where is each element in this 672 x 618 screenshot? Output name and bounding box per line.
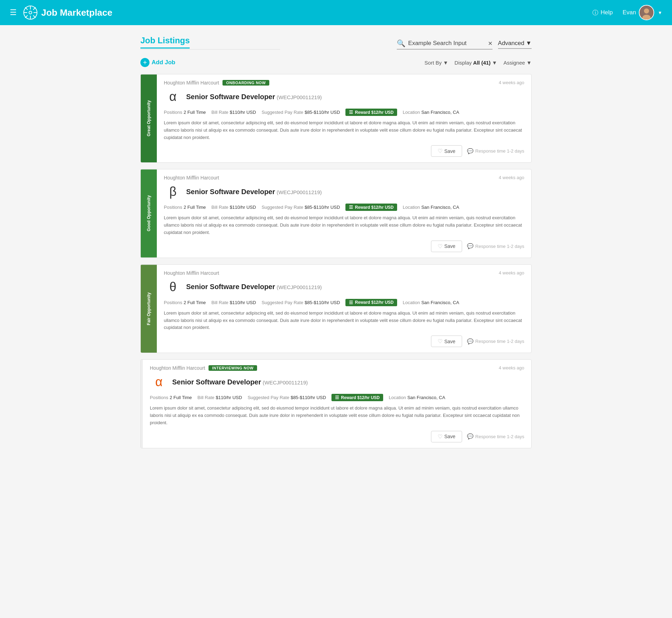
display-label: Display (454, 60, 472, 66)
suggested-pay-label: Suggested Pay Rate (262, 110, 303, 115)
positions-value: 2 Full Time (184, 300, 206, 305)
add-job-button[interactable]: + Add Job (140, 58, 175, 67)
job-card: Good Opportunity Houghton Mifflin Harcou… (140, 169, 532, 258)
save-button[interactable]: ♡ Save (431, 241, 462, 252)
location-meta: Location San Francisco, CA (403, 300, 459, 305)
response-icon: 💬 (467, 148, 474, 154)
save-label: Save (444, 434, 455, 439)
card-title-row: θ Senior Software Developer (WECJP000112… (164, 278, 524, 296)
search-box: 🔍 ✕ (397, 39, 492, 50)
heart-icon: ♡ (438, 338, 443, 345)
card-header: Houghton Mifflin Harcourt ONBOARDING NOW… (164, 80, 524, 86)
bill-rate-meta: Bill Rate $110/hr USD (211, 205, 256, 210)
bill-rate-value: $110/hr USD (230, 300, 256, 305)
location-value: San Francisco, CA (407, 395, 445, 400)
suggested-pay-value: $85-$110/hr USD (305, 300, 340, 305)
company-name: Houghton Mifflin Harcourt (164, 175, 219, 181)
advanced-label: Advanced (498, 40, 525, 47)
location-meta: Location San Francisco, CA (389, 395, 445, 400)
nav-logo: Job Marketplace (23, 5, 592, 20)
positions-meta: Positions 2 Full Time (164, 300, 206, 305)
add-job-icon: + (140, 58, 149, 67)
card-body: Houghton Mifflin Harcourt 4 weeks ago θ … (157, 265, 531, 353)
company-row: Houghton Mifflin Harcourt (164, 270, 219, 276)
job-id: (WECJP00011219) (277, 284, 322, 290)
save-button[interactable]: ♡ Save (431, 145, 462, 157)
reward-badge: ☰ Reward $12/hr USD (345, 299, 397, 306)
job-title-group: Senior Software Developer (WECJP00011219… (186, 188, 322, 196)
location-label: Location (403, 205, 420, 210)
app-title: Job Marketplace (41, 7, 112, 18)
job-description: Lorem ipsum dolor sit amet, consectetur … (164, 310, 524, 331)
page-title-wrap: Job Listings (140, 36, 280, 50)
job-title-group: Senior Software Developer (WECJP00011219… (186, 93, 322, 101)
display-filter[interactable]: Display All (41) ▼ (454, 60, 497, 66)
reward-icon: ☰ (349, 110, 353, 115)
page-title: Job Listings (140, 36, 190, 49)
help-label: Help (600, 9, 613, 16)
help-button[interactable]: ⓘ Help (592, 9, 613, 17)
reward-badge: ☰ Reward $12/hr USD (331, 394, 383, 401)
reward-icon: ☰ (349, 205, 353, 210)
job-description: Lorem ipsum dolor sit amet, consectetur … (164, 214, 524, 236)
bill-rate-value: $110/hr USD (230, 110, 256, 115)
company-name: Houghton Mifflin Harcourt (150, 365, 205, 371)
suggested-pay-meta: Suggested Pay Rate $85-$110/hr USD (248, 395, 326, 400)
card-body: Houghton Mifflin Harcourt ONBOARDING NOW… (157, 74, 531, 162)
card-footer: ♡ Save 💬 Response time 1-2 days (150, 431, 524, 442)
location-value: San Francisco, CA (421, 205, 459, 210)
positions-label: Positions (164, 205, 182, 210)
card-footer: ♡ Save 💬 Response time 1-2 days (164, 145, 524, 157)
save-button[interactable]: ♡ Save (431, 336, 462, 347)
advanced-button[interactable]: Advanced ▼ (498, 40, 532, 49)
time-ago: 4 weeks ago (499, 365, 524, 370)
positions-value: 2 Full Time (184, 205, 206, 210)
assignee-filter[interactable]: Assignee ▼ (503, 60, 532, 66)
search-input[interactable] (408, 40, 485, 47)
response-time: 💬 Response time 1-2 days (467, 338, 524, 345)
positions-meta: Positions 2 Full Time (150, 395, 192, 400)
suggested-pay-meta: Suggested Pay Rate $85-$110/hr USD (262, 300, 340, 305)
job-title: Senior Software Developer (186, 93, 275, 101)
heart-icon: ♡ (438, 433, 443, 440)
reward-icon: ☰ (349, 300, 353, 305)
hamburger-menu-icon[interactable]: ☰ (10, 8, 17, 17)
opportunity-sidebar: Great Opportunity (141, 74, 157, 162)
bill-rate-label: Bill Rate (211, 205, 228, 210)
top-bar: Job Listings 🔍 ✕ Advanced ▼ (140, 36, 532, 50)
suggested-pay-meta: Suggested Pay Rate $85-$110/hr USD (262, 110, 340, 115)
job-title-group: Senior Software Developer (WECJP00011219… (186, 283, 322, 291)
suggested-pay-value: $85-$110/hr USD (291, 395, 326, 400)
save-button[interactable]: ♡ Save (431, 431, 462, 442)
bill-rate-meta: Bill Rate $110/hr USD (211, 110, 256, 115)
company-logo: β (164, 183, 182, 201)
card-header: Houghton Mifflin Harcourt 4 weeks ago (164, 270, 524, 276)
add-job-label: Add Job (152, 59, 175, 66)
search-clear-icon[interactable]: ✕ (488, 40, 492, 47)
bill-rate-label: Bill Rate (197, 395, 214, 400)
sort-by-filter[interactable]: Sort By ▼ (424, 60, 448, 66)
search-icon: 🔍 (397, 39, 406, 47)
positions-meta: Positions 2 Full Time (164, 205, 206, 210)
display-value: All (41) (473, 60, 491, 66)
job-description: Lorem ipsum dolor sit amet, consectetur … (150, 405, 524, 426)
job-title: Senior Software Developer (172, 378, 261, 386)
suggested-pay-value: $85-$110/hr USD (305, 110, 340, 115)
job-title-group: Senior Software Developer (WECJP00011219… (172, 378, 308, 386)
sort-by-label: Sort By (424, 60, 441, 66)
company-row: Houghton Mifflin Harcourt INTERVIEWING N… (150, 365, 257, 371)
bill-rate-value: $110/hr USD (216, 395, 242, 400)
card-meta: Positions 2 Full Time Bill Rate $110/hr … (150, 394, 524, 401)
svg-point-11 (644, 8, 649, 14)
positions-label: Positions (164, 300, 182, 305)
advanced-chevron-icon: ▼ (526, 40, 532, 47)
logo-icon (23, 5, 38, 20)
bill-rate-label: Bill Rate (211, 300, 228, 305)
company-logo: α (150, 373, 168, 391)
assignee-chevron-icon: ▼ (526, 60, 532, 66)
company-logo: θ (164, 278, 182, 296)
response-icon: 💬 (467, 338, 474, 345)
job-id: (WECJP00011219) (277, 94, 322, 100)
user-menu[interactable]: Evan ▼ (622, 5, 662, 20)
response-icon: 💬 (467, 433, 474, 440)
